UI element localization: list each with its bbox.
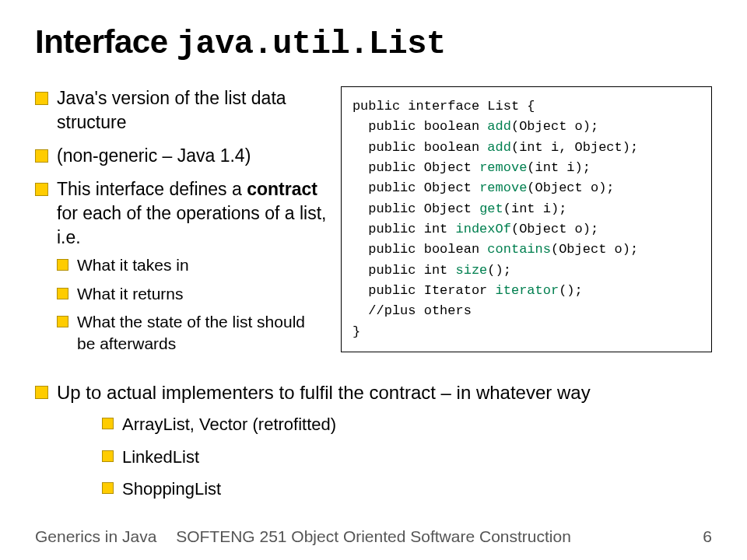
title-prefix: Interface [35,23,177,60]
code-method-name: get [479,201,503,216]
title-code: java.util.List [177,26,446,63]
code-method-name: add [487,119,511,134]
sub-bullet-item: What the state of the list should be aft… [57,311,327,355]
bullet-item: Java's version of the list data structur… [35,86,327,135]
right-column: public interface List { public boolean a… [341,86,712,352]
sub-bullet-item: ShoppingList [102,478,712,501]
code-method-name: add [487,140,511,155]
slide-title: Interface java.util.List [35,23,712,63]
code-line: public Iterator iterator(); [352,281,700,301]
bullet-item: (non-generic – Java 1.4) [35,144,327,168]
slide: Interface java.util.List Java's version … [0,0,747,560]
content-columns: Java's version of the list data structur… [35,86,712,365]
sub-bullet-item: What it takes in [57,254,327,276]
code-line: public Object remove(Object o); [352,178,700,198]
code-line: public boolean add(int i, Object); [352,138,700,158]
code-line: public Object get(int i); [352,199,700,219]
bullet-item: This interface defines a contract for ea… [35,177,327,355]
sub-bullet-item: What it returns [57,283,327,305]
below-bullet-list: Up to actual implementers to fulfil the … [35,380,712,501]
code-method-name: remove [479,180,527,195]
code-line: public Object remove(int i); [352,158,700,178]
code-line: public int size(); [352,261,700,281]
bullet-item: Up to actual implementers to fulfil the … [35,380,712,501]
code-line: public boolean add(Object o); [352,117,700,137]
footer-left: Generics in Java [35,527,156,546]
code-line: //plus others [352,301,700,321]
below-section: Up to actual implementers to fulfil the … [35,380,712,501]
code-line: public interface List { [352,96,700,117]
sub-bullet-list: What it takes inWhat it returnsWhat the … [57,254,327,355]
code-line: public int indexOf(Object o); [352,219,700,240]
code-method-name: indexOf [456,222,511,236]
sub-bullet-item: ArrayList, Vector (retrofitted) [102,413,712,436]
sub-bullet-list: ArrayList, Vector (retrofitted)LinkedLis… [102,413,712,501]
code-line: public boolean contains(Object o); [352,240,700,260]
left-column: Java's version of the list data structur… [35,86,327,365]
code-method-name: size [456,263,488,278]
left-bullet-list: Java's version of the list data structur… [35,86,327,355]
footer-page-number: 6 [703,527,712,546]
code-box: public interface List { public boolean a… [341,86,712,352]
footer: Generics in Java SOFTENG 251 Object Orie… [0,527,747,546]
code-method-name: iterator [496,283,559,298]
code-line: } [352,322,700,342]
sub-bullet-item: LinkedList [102,446,712,469]
code-method-name: remove [479,160,527,175]
code-method-name: contains [487,242,551,257]
